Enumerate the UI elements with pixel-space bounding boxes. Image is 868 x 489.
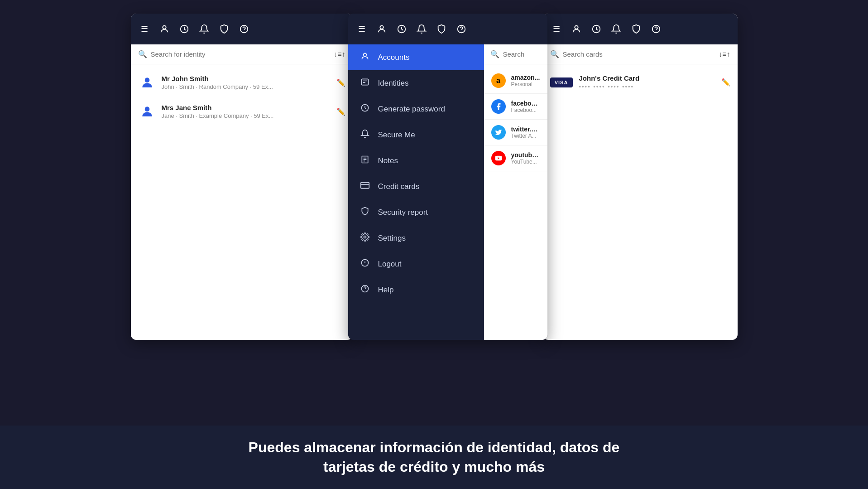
bell-icon-right[interactable] bbox=[610, 23, 623, 35]
list-item[interactable]: youtube... YouTube... bbox=[484, 145, 547, 171]
middle-search-input[interactable] bbox=[503, 50, 547, 58]
account-sub: YouTube... bbox=[511, 159, 540, 165]
account-sub: Faceboo... bbox=[511, 107, 540, 113]
twitter-favicon bbox=[491, 125, 506, 140]
question-icon[interactable] bbox=[238, 23, 250, 35]
svg-point-21 bbox=[364, 236, 366, 238]
svg-point-0 bbox=[163, 26, 166, 29]
right-sort-icon[interactable]: ↓≡↑ bbox=[719, 50, 730, 58]
menu-item-settings[interactable]: Settings bbox=[348, 225, 484, 251]
list-item[interactable]: twitter.c... Twitter A... bbox=[484, 120, 547, 145]
bell-icon[interactable] bbox=[198, 23, 211, 35]
settings-icon bbox=[359, 232, 371, 244]
facebook-favicon bbox=[491, 99, 506, 114]
edit-icon[interactable]: ✏️ bbox=[336, 107, 345, 116]
clock-icon-middle[interactable] bbox=[395, 23, 408, 35]
list-item[interactable]: Mr John Smith John · Smith · Random Comp… bbox=[131, 68, 353, 97]
menu-item-security-report[interactable]: Security report bbox=[348, 199, 484, 225]
menu-label-logout: Logout bbox=[378, 260, 402, 269]
menu-label-credit-cards: Credit cards bbox=[378, 182, 420, 191]
clock-icon-right[interactable] bbox=[590, 23, 603, 35]
banner-text: Puedes almacenar información de identida… bbox=[230, 438, 638, 477]
menu-label-notes: Notes bbox=[378, 156, 398, 165]
middle-panel-header: ☰ bbox=[348, 14, 547, 44]
menu-icon-middle[interactable]: ☰ bbox=[355, 23, 368, 35]
account-info: faceboo... Faceboo... bbox=[511, 100, 540, 113]
card-info: John's Credit Card •••• •••• •••• •••• bbox=[579, 74, 715, 90]
security-report-icon bbox=[359, 207, 371, 218]
accounts-subpanel: 🔍 a amazon... Personal bbox=[484, 44, 547, 340]
menu-item-credit-cards[interactable]: Credit cards bbox=[348, 174, 484, 199]
person-icon-right[interactable] bbox=[570, 23, 583, 35]
identity-details: John · Smith · Random Company · 59 Ex... bbox=[162, 83, 331, 90]
question-icon-right[interactable] bbox=[650, 23, 662, 35]
list-item[interactable]: Mrs Jane Smith Jane · Smith · Example Co… bbox=[131, 97, 353, 126]
question-icon-middle[interactable] bbox=[455, 23, 468, 35]
amazon-favicon: a bbox=[491, 73, 506, 88]
right-panel: ☰ 🔍 bbox=[543, 14, 738, 340]
menu-label-security-report: Security report bbox=[378, 208, 428, 217]
avatar bbox=[138, 73, 156, 92]
person-icon[interactable] bbox=[158, 23, 171, 35]
shield-icon-middle[interactable] bbox=[435, 23, 448, 35]
edit-icon[interactable]: ✏️ bbox=[336, 78, 345, 87]
menu-item-notes[interactable]: Notes bbox=[348, 148, 484, 174]
right-search-area: 🔍 ↓≡↑ bbox=[543, 44, 738, 64]
menu-icon-right[interactable]: ☰ bbox=[550, 23, 563, 35]
right-search-icon: 🔍 bbox=[550, 50, 559, 58]
menu-label-secure-me: Secure Me bbox=[378, 131, 415, 140]
accounts-icon bbox=[359, 52, 371, 63]
svg-rect-19 bbox=[360, 182, 369, 188]
menu-item-generate-password[interactable]: Generate password bbox=[348, 96, 484, 122]
menu-icon[interactable]: ☰ bbox=[138, 23, 151, 35]
bell-icon-middle[interactable] bbox=[415, 23, 428, 35]
identity-list: Mr John Smith John · Smith · Random Comp… bbox=[131, 64, 353, 340]
identity-name: Mrs Jane Smith bbox=[162, 104, 331, 111]
svg-point-10 bbox=[363, 53, 366, 56]
right-search-input[interactable] bbox=[563, 50, 715, 58]
card-name: John's Credit Card bbox=[579, 74, 715, 82]
list-item[interactable]: VISA John's Credit Card •••• •••• •••• •… bbox=[543, 68, 738, 97]
left-search-input[interactable] bbox=[151, 50, 331, 58]
menu-label-identities: Identities bbox=[378, 79, 409, 88]
middle-search-area: 🔍 bbox=[484, 44, 547, 64]
svg-point-5 bbox=[144, 107, 149, 111]
account-site: youtube... bbox=[511, 151, 540, 159]
account-sub: Twitter A... bbox=[511, 133, 540, 139]
notes-icon bbox=[359, 155, 371, 166]
clock-icon[interactable] bbox=[178, 23, 191, 35]
list-item[interactable]: a amazon... Personal bbox=[484, 68, 547, 94]
shield-icon-right[interactable] bbox=[630, 23, 643, 35]
avatar bbox=[138, 102, 156, 121]
account-site: faceboo... bbox=[511, 100, 540, 107]
generate-password-icon bbox=[359, 103, 371, 115]
person-icon-middle[interactable] bbox=[375, 23, 388, 35]
left-search-icon: 🔍 bbox=[138, 50, 147, 58]
identity-info: Mrs Jane Smith Jane · Smith · Example Co… bbox=[162, 104, 331, 119]
left-search-area: 🔍 ↓≡↑ bbox=[131, 44, 353, 64]
card-number: •••• •••• •••• •••• bbox=[579, 83, 715, 90]
navigation-menu: Accounts Identities Generate password bbox=[348, 44, 484, 340]
menu-label-generate-password: Generate password bbox=[378, 105, 445, 114]
menu-label-help: Help bbox=[378, 286, 394, 295]
account-site: twitter.c... bbox=[511, 126, 540, 133]
identity-name: Mr John Smith bbox=[162, 75, 331, 82]
left-panel: ☰ 🔍 bbox=[131, 14, 353, 340]
identities-icon bbox=[359, 77, 371, 89]
shield-icon[interactable] bbox=[218, 23, 230, 35]
menu-item-identities[interactable]: Identities bbox=[348, 70, 484, 96]
svg-point-28 bbox=[575, 26, 578, 29]
svg-point-6 bbox=[380, 26, 383, 29]
sort-icon[interactable]: ↓≡↑ bbox=[334, 50, 345, 58]
menu-item-secure-me[interactable]: Secure Me bbox=[348, 122, 484, 148]
menu-item-accounts[interactable]: Accounts bbox=[348, 44, 484, 70]
menu-item-help[interactable]: Help bbox=[348, 277, 484, 303]
identity-info: Mr John Smith John · Smith · Random Comp… bbox=[162, 75, 331, 90]
identity-details: Jane · Smith · Example Company · 59 Ex..… bbox=[162, 112, 331, 119]
secure-me-icon bbox=[359, 129, 371, 140]
edit-card-icon[interactable]: ✏️ bbox=[721, 78, 730, 87]
list-item[interactable]: faceboo... Faceboo... bbox=[484, 94, 547, 120]
menu-item-logout[interactable]: Logout bbox=[348, 251, 484, 277]
middle-search-icon: 🔍 bbox=[490, 50, 499, 58]
account-site: amazon... bbox=[511, 74, 540, 81]
